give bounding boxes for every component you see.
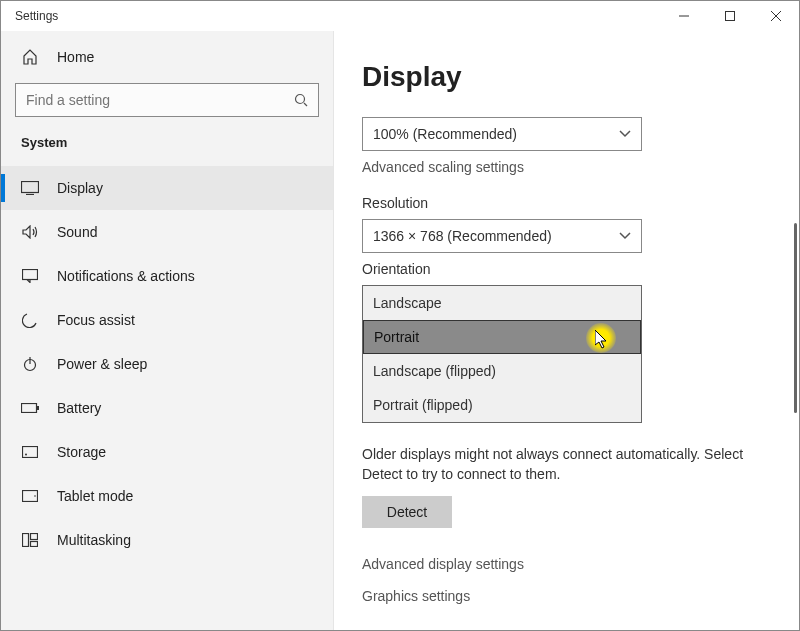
multitasking-icon [21,533,39,547]
focus-assist-icon [21,312,39,328]
orientation-option-portrait-flipped[interactable]: Portrait (flipped) [363,388,641,422]
sidebar-item-tablet-mode[interactable]: Tablet mode [1,474,333,518]
sidebar-item-label: Focus assist [57,312,135,328]
svg-point-16 [34,495,36,497]
battery-icon [21,403,39,413]
home-icon [21,49,39,65]
svg-rect-18 [31,534,38,540]
detect-description: Older displays might not always connect … [362,445,771,484]
sidebar-item-label: Power & sleep [57,356,147,372]
page-title: Display [362,61,771,93]
chevron-down-icon [619,232,631,240]
resolution-select[interactable]: 1366 × 768 (Recommended) [362,219,642,253]
svg-rect-12 [37,406,39,410]
orientation-option-portrait[interactable]: Portrait [363,320,641,354]
orientation-dropdown[interactable]: Landscape Portrait Landscape (flipped) P… [362,285,642,423]
orientation-label: Orientation [362,261,771,277]
sidebar-item-battery[interactable]: Battery [1,386,333,430]
sidebar-item-label: Sound [57,224,97,240]
sidebar-item-multitasking[interactable]: Multitasking [1,518,333,562]
svg-rect-13 [23,447,38,458]
storage-icon [21,446,39,458]
content-area: Home System Display [1,31,799,630]
sidebar-item-focus-assist[interactable]: Focus assist [1,298,333,342]
power-icon [21,356,39,372]
settings-window: Settings Home [0,0,800,631]
titlebar: Settings [1,1,799,31]
search-input[interactable] [26,92,294,108]
sidebar-item-label: Display [57,180,103,196]
svg-rect-6 [22,182,39,193]
sidebar-item-label: Battery [57,400,101,416]
svg-rect-11 [22,404,37,413]
sound-icon [21,225,39,239]
scale-select[interactable]: 100% (Recommended) [362,117,642,151]
notifications-icon [21,269,39,283]
group-title: System [1,131,333,158]
svg-point-14 [25,454,27,456]
vertical-scrollbar[interactable] [794,223,797,413]
sidebar-item-sound[interactable]: Sound [1,210,333,254]
nav-list: Display Sound Notifications & actions [1,166,333,562]
sidebar: Home System Display [1,31,334,630]
maximize-button[interactable] [707,1,753,31]
search-icon [294,93,308,107]
display-icon [21,181,39,195]
window-controls [661,1,799,31]
svg-rect-8 [23,270,38,280]
tablet-icon [21,490,39,502]
svg-rect-17 [23,534,29,547]
cursor-highlight [586,323,616,353]
orientation-option-landscape-flipped[interactable]: Landscape (flipped) [363,354,641,388]
advanced-display-link[interactable]: Advanced display settings [362,556,771,572]
sidebar-item-notifications[interactable]: Notifications & actions [1,254,333,298]
chevron-down-icon [619,130,631,138]
window-title: Settings [15,9,58,23]
sidebar-item-label: Multitasking [57,532,131,548]
detect-button[interactable]: Detect [362,496,452,528]
main-panel: Display 100% (Recommended) Advanced scal… [334,31,799,630]
search-input-wrapper[interactable] [15,83,319,117]
home-label: Home [57,49,94,65]
orientation-option-landscape[interactable]: Landscape [363,286,641,320]
home-nav[interactable]: Home [1,37,333,77]
sidebar-item-power-sleep[interactable]: Power & sleep [1,342,333,386]
svg-line-5 [304,103,307,106]
sidebar-item-label: Storage [57,444,106,460]
sidebar-item-storage[interactable]: Storage [1,430,333,474]
close-button[interactable] [753,1,799,31]
resolution-label: Resolution [362,195,771,211]
scale-value: 100% (Recommended) [373,126,517,142]
resolution-value: 1366 × 768 (Recommended) [373,228,552,244]
minimize-button[interactable] [661,1,707,31]
advanced-scaling-link[interactable]: Advanced scaling settings [362,159,771,175]
sidebar-item-label: Notifications & actions [57,268,195,284]
sidebar-item-label: Tablet mode [57,488,133,504]
svg-rect-1 [726,12,735,21]
graphics-settings-link[interactable]: Graphics settings [362,588,771,604]
svg-rect-19 [31,542,38,547]
sidebar-item-display[interactable]: Display [1,166,333,210]
svg-point-4 [296,95,305,104]
cursor-icon [595,330,609,350]
